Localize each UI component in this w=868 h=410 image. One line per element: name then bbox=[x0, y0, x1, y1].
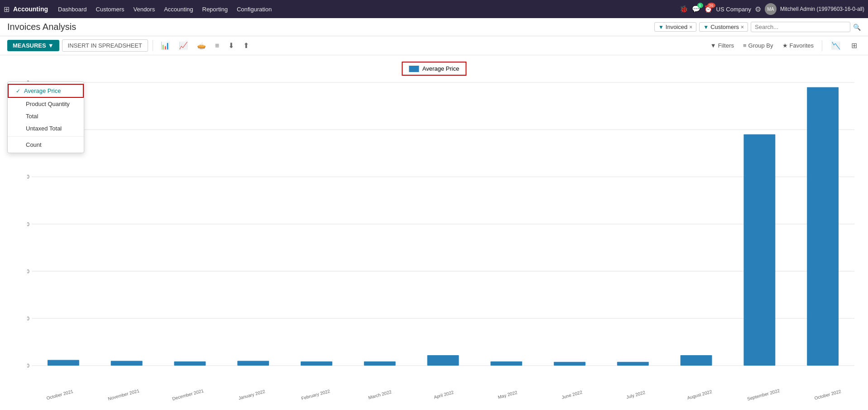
activity-badge: 36 bbox=[707, 3, 715, 8]
x-axis-label: July 2022 bbox=[604, 384, 667, 402]
svg-rect-21 bbox=[490, 362, 522, 366]
svg-text:100.00: 100.00 bbox=[27, 316, 29, 321]
username[interactable]: Mitchell Admin (19979603-16-0-all) bbox=[780, 6, 864, 12]
group-by-action[interactable]: ≡ Group By bbox=[740, 40, 776, 51]
grid-icon[interactable]: ⊞ bbox=[4, 5, 10, 14]
desc-sort-button[interactable]: ⬇ bbox=[225, 39, 237, 52]
filter-funnel-icon-2: ▼ bbox=[703, 24, 709, 30]
subheader: Invoices Analysis ▼ Invoiced × ▼ Custome… bbox=[0, 18, 868, 36]
user-avatar[interactable]: MA bbox=[765, 3, 777, 15]
nav-menu: Dashboard Customers Vendors Accounting R… bbox=[53, 3, 276, 15]
x-axis-label: January 2022 bbox=[220, 384, 283, 402]
settings-icon[interactable]: ⚙ bbox=[755, 5, 761, 14]
x-axis-label: November 2021 bbox=[92, 384, 155, 402]
table-view-button[interactable]: ⊞ bbox=[848, 39, 861, 52]
dropdown-item-average-price[interactable]: ✓ Average Price bbox=[9, 85, 83, 97]
chat-icon[interactable]: 💬 5 bbox=[692, 5, 700, 13]
x-axis-label: December 2021 bbox=[156, 384, 219, 402]
line-chart-button[interactable]: 📈 bbox=[176, 39, 191, 52]
svg-rect-17 bbox=[237, 361, 269, 366]
dropdown-item-untaxed-total[interactable]: Untaxed Total bbox=[8, 122, 84, 135]
insert-spreadsheet-button[interactable]: INSERT IN SPREADSHEET bbox=[62, 39, 148, 52]
svg-rect-24 bbox=[681, 355, 712, 366]
favorites-action[interactable]: ★ Favorites bbox=[780, 40, 816, 51]
page-title: Invoices Analysis bbox=[7, 22, 76, 32]
measures-dropdown: ✓ Average Price Product Quantity Total U… bbox=[7, 82, 84, 153]
x-axis-label: August 2022 bbox=[668, 384, 731, 402]
measures-label: MEASURES bbox=[13, 42, 46, 49]
dropdown-item-label-2: Product Quantity bbox=[26, 101, 70, 107]
chat-badge: 5 bbox=[697, 3, 703, 8]
group-by-label: Group By bbox=[748, 42, 773, 49]
x-axis-label: April 2022 bbox=[412, 384, 475, 402]
separator-1 bbox=[153, 40, 153, 51]
svg-rect-19 bbox=[364, 362, 396, 366]
search-input[interactable] bbox=[751, 22, 850, 32]
svg-rect-25 bbox=[743, 135, 775, 366]
separator-2 bbox=[822, 40, 822, 51]
filter-icon: ▼ bbox=[710, 42, 716, 49]
svg-rect-23 bbox=[617, 362, 649, 366]
nav-configuration[interactable]: Configuration bbox=[232, 3, 276, 15]
chart-area: Average Price ✓ Average Price Product Qu… bbox=[0, 55, 868, 402]
company-name[interactable]: US Company bbox=[716, 6, 751, 13]
activity-icon[interactable]: ⏰ 36 bbox=[704, 5, 713, 13]
x-axis-label: May 2022 bbox=[476, 384, 539, 402]
dropdown-item-total[interactable]: Total bbox=[8, 110, 84, 122]
nav-reporting[interactable]: Reporting bbox=[198, 3, 232, 15]
toolbar: MEASURES ▼ INSERT IN SPREADSHEET 📊 📈 🥧 ≡… bbox=[0, 36, 868, 55]
bar-chart-svg: 0.00100.00200.00300.00400.00500.00600.00 bbox=[27, 78, 859, 375]
dropdown-item-product-qty[interactable]: Product Quantity bbox=[8, 98, 84, 110]
app-brand[interactable]: Accounting bbox=[13, 5, 48, 13]
svg-rect-16 bbox=[174, 362, 206, 366]
svg-text:300.00: 300.00 bbox=[27, 222, 29, 227]
x-axis-label: June 2022 bbox=[540, 384, 603, 402]
x-axis-label: October 2021 bbox=[28, 384, 91, 402]
asc-sort-button[interactable]: ⬆ bbox=[240, 39, 252, 52]
filter-remove-invoiced[interactable]: × bbox=[689, 24, 692, 30]
svg-rect-26 bbox=[807, 87, 839, 366]
x-axis-label: February 2022 bbox=[284, 384, 347, 402]
x-axis-label: October 2022 bbox=[796, 384, 859, 402]
filter-funnel-icon: ▼ bbox=[658, 24, 664, 30]
svg-rect-22 bbox=[554, 362, 585, 366]
nav-customers[interactable]: Customers bbox=[91, 3, 129, 15]
filter-tag-customers-label: Customers bbox=[710, 24, 739, 30]
x-axis-label: September 2022 bbox=[732, 384, 795, 402]
svg-rect-20 bbox=[427, 355, 459, 366]
dropdown-item-label-3: Total bbox=[26, 113, 38, 120]
nav-accounting[interactable]: Accounting bbox=[159, 3, 197, 15]
nav-vendors[interactable]: Vendors bbox=[129, 3, 159, 15]
legend-color-box bbox=[409, 66, 419, 72]
svg-rect-14 bbox=[48, 360, 79, 366]
measures-arrow: ▼ bbox=[48, 42, 54, 49]
topnav-right-area: 🐞 💬 5 ⏰ 36 US Company ⚙ MA Mitchell Admi… bbox=[680, 3, 864, 15]
favorites-label: Favorites bbox=[790, 42, 814, 49]
dropdown-item-label-5: Count bbox=[26, 141, 42, 148]
search-icon[interactable]: 🔍 bbox=[853, 24, 861, 31]
svg-text:400.00: 400.00 bbox=[27, 174, 29, 179]
top-navigation: ⊞ Accounting Dashboard Customers Vendors… bbox=[0, 0, 868, 18]
dropdown-item-label: Average Price bbox=[24, 87, 61, 94]
pie-chart-button[interactable]: 🥧 bbox=[194, 39, 209, 52]
star-icon: ★ bbox=[782, 42, 788, 49]
chart-legend: Average Price bbox=[402, 62, 466, 76]
stack-chart-button[interactable]: ≡ bbox=[212, 39, 222, 52]
dropdown-item-label-4: Untaxed Total bbox=[26, 125, 62, 132]
filters-action[interactable]: ▼ Filters bbox=[708, 40, 737, 51]
bar-chart-button[interactable]: 📊 bbox=[158, 39, 173, 52]
dropdown-item-count[interactable]: Count bbox=[8, 139, 84, 151]
measures-button[interactable]: MEASURES ▼ bbox=[7, 40, 59, 51]
svg-rect-15 bbox=[111, 361, 143, 366]
svg-text:200.00: 200.00 bbox=[27, 269, 29, 274]
nav-dashboard[interactable]: Dashboard bbox=[53, 3, 91, 15]
legend-label: Average Price bbox=[422, 65, 459, 72]
debug-icon[interactable]: 🐞 bbox=[680, 5, 688, 13]
x-axis-label: March 2022 bbox=[348, 384, 411, 402]
dropdown-divider bbox=[8, 136, 84, 137]
search-area: ▼ Invoiced × ▼ Customers × 🔍 bbox=[654, 22, 861, 32]
toolbar-right: ▼ Filters ≡ Group By ★ Favorites 📉 ⊞ bbox=[708, 39, 861, 52]
svg-rect-18 bbox=[301, 362, 332, 366]
filter-remove-customers[interactable]: × bbox=[741, 24, 744, 30]
graph-view-button[interactable]: 📉 bbox=[828, 39, 844, 52]
